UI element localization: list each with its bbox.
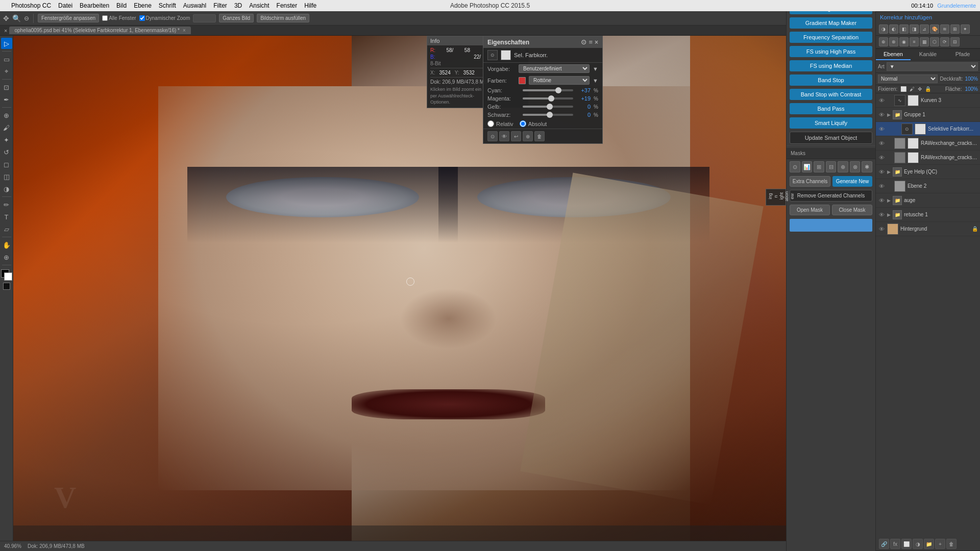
gradient-map-maker-btn[interactable]: Gradient Map Maker [790,17,872,29]
text-tool[interactable]: T [1,211,12,222]
layer-retusche1[interactable]: 👁 ▶ 📁 retusche 1 [876,208,980,222]
prop-icon-1[interactable]: ⊙ [581,38,586,46]
vis-icon-eyehelp[interactable]: 👁 [878,168,885,176]
menu-ansicht[interactable]: Ansicht [249,2,269,9]
vis-icon-selektive[interactable]: 👁 [878,126,885,133]
lock-pixels-icon[interactable]: 🖌 [910,86,915,92]
corr-icon-7[interactable]: ≋ [940,24,949,34]
corr-icon-2[interactable]: ◐ [889,24,898,34]
farben-expand-icon[interactable]: ▼ [593,78,598,84]
frequency-separation-btn[interactable]: Frequency Separation [790,32,872,43]
lock-all-icon[interactable]: 🔒 [925,86,931,92]
dodge-tool[interactable]: ◑ [1,183,12,194]
eyehelp-arrow[interactable]: ▶ [887,169,891,174]
marquee-tool[interactable]: ▭ [1,54,12,65]
layer-auge[interactable]: 👁 ▶ 📁 auge [876,193,980,208]
mask-icon-3[interactable]: ⊞ [814,161,824,172]
remove-generated-btn[interactable]: Remove Generated Channels [790,190,872,202]
group1-arrow[interactable]: ▶ [887,112,891,117]
ebenen-tab[interactable]: Ebenen [876,49,911,60]
layer-mask-icon[interactable]: ⬜ [901,539,912,549]
vorgabe-select[interactable]: Benutzerdefiniert [519,64,590,73]
art-select[interactable]: ▼ [887,62,978,71]
corr-icon-6[interactable]: 🎨 [930,24,939,34]
mask-icon-6[interactable]: ⊗ [850,161,861,172]
hand-tool[interactable]: ✋ [1,239,12,251]
auge-arrow[interactable]: ▶ [887,198,891,203]
vorgabe-expand-icon[interactable]: ▼ [593,66,598,72]
lock-transparent-icon[interactable]: ⬜ [900,86,906,92]
properties-close-icon[interactable]: × [595,39,598,46]
vis-icon-cracks077[interactable]: 👁 [878,140,885,147]
band-stop-btn[interactable]: Band Stop [790,74,872,86]
vis-icon-hintergrund[interactable]: 👁 [878,226,885,233]
close-mask-btn[interactable]: Close Mask [832,205,872,215]
fit-window-btn[interactable]: Fenstergröße anpassen [38,14,99,22]
layer-new-icon[interactable]: + [935,539,945,549]
update-smart-object-btn[interactable]: Update Smart Object [790,132,872,144]
layer-link-icon[interactable]: 🔗 [879,539,889,549]
opacity-value[interactable]: 100% [965,76,978,82]
foreground-color-swatch[interactable] [1,269,12,281]
gradient-tool[interactable]: ◫ [1,171,12,182]
crop-tool[interactable]: ⊡ [1,82,12,93]
cyan-slider[interactable] [523,89,573,91]
menu-hilfe[interactable]: Hilfe [304,2,316,9]
select-tool[interactable]: ▷ [1,38,12,49]
vis-icon-ebene2[interactable]: 👁 [878,183,885,190]
zoom-out-icon[interactable]: ⊖ [24,15,29,22]
whole-image-btn[interactable]: Ganzes Bild [219,14,254,22]
corr-icon-16[interactable]: ⟳ [940,37,949,46]
corr-icon-5[interactable]: ⊿ [920,24,929,34]
open-mask-btn[interactable]: Open Mask [790,205,830,215]
dynamic-zoom-check[interactable] [139,15,145,21]
quick-mask-icon[interactable] [3,283,10,290]
mask-icon-4[interactable]: ⊟ [826,161,837,172]
lock-position-icon[interactable]: ✥ [918,86,922,92]
vis-icon-kurven3[interactable]: 👁 [878,97,885,104]
history-brush-tool[interactable]: ↺ [1,146,12,158]
brush-tool[interactable]: 🖌 [1,122,12,133]
prop-action-2[interactable]: 👁 [499,131,509,141]
layer-gruppe1[interactable]: 👁 ▶ 📁 Gruppe 1 [876,108,980,122]
prop-action-1[interactable]: ⊙ [487,131,498,141]
fill-value[interactable]: 100% [965,86,978,92]
fs-median-btn[interactable]: FS using Median [790,60,872,71]
menu-schrift[interactable]: Schrift [159,2,176,9]
blend-mode-select[interactable]: Normal [878,74,938,83]
layer-ebene2[interactable]: 👁 Ebene 2 [876,179,980,193]
band-stop-contrast-btn[interactable]: Band Stop with Contrast [790,89,872,100]
document-tab[interactable]: ophelia0095.psd bei 41% (Selektive Farbk… [9,27,190,34]
zoom-in-icon[interactable]: 🔍 [12,14,21,22]
layer-eyehelp[interactable]: 👁 ▶ 📁 Eye Help (QC) [876,165,980,179]
vis-icon-cracks071[interactable]: 👁 [878,154,885,161]
eyedropper-tool[interactable]: ✒ [1,94,12,105]
farben-select[interactable]: Rottöne [529,76,590,85]
menu-filter[interactable]: Filter [213,2,227,9]
menu-fenster[interactable]: Fenster [277,2,298,9]
mask-icon-5[interactable]: ⊕ [838,161,848,172]
layer-group-btn[interactable]: 📁 [924,539,934,549]
layer-kurven3[interactable]: 👁 ∿ Kurven 3 [876,93,980,108]
kanaele-tab[interactable]: Kanäle [911,49,945,60]
menu-bild[interactable]: Bild [116,2,127,9]
mask-icon-7[interactable]: ✱ [862,161,872,172]
retusche1-arrow[interactable]: ▶ [887,212,891,217]
layer-fx-icon[interactable]: fx [890,539,900,549]
corr-icon-1[interactable]: ◑ [879,24,888,34]
corr-icon-8[interactable]: ⊞ [950,24,960,34]
workspace-label[interactable]: Grundelemente [937,3,976,9]
menu-auswahl[interactable]: Auswahl [183,2,206,9]
add-correction-btn[interactable]: Korrektur hinzufügen [876,12,980,23]
prop-action-4[interactable]: ⊕ [523,131,533,141]
fs-high-pass-btn[interactable]: FS using High Pass [790,46,872,57]
prop-action-5[interactable]: 🗑 [534,131,545,141]
corr-icon-3[interactable]: ◧ [899,24,909,34]
eraser-tool[interactable]: ◻ [1,159,12,170]
band-pass-btn[interactable]: Band Pass [790,103,872,114]
fill-screen-btn[interactable]: Bildschirm ausfüllen [257,14,309,22]
schwarz-slider[interactable] [523,114,573,116]
layer-delete-icon[interactable]: 🗑 [946,539,957,549]
zoom-tool[interactable]: ⊕ [1,252,12,263]
tab-close-btn[interactable]: × [183,28,186,33]
